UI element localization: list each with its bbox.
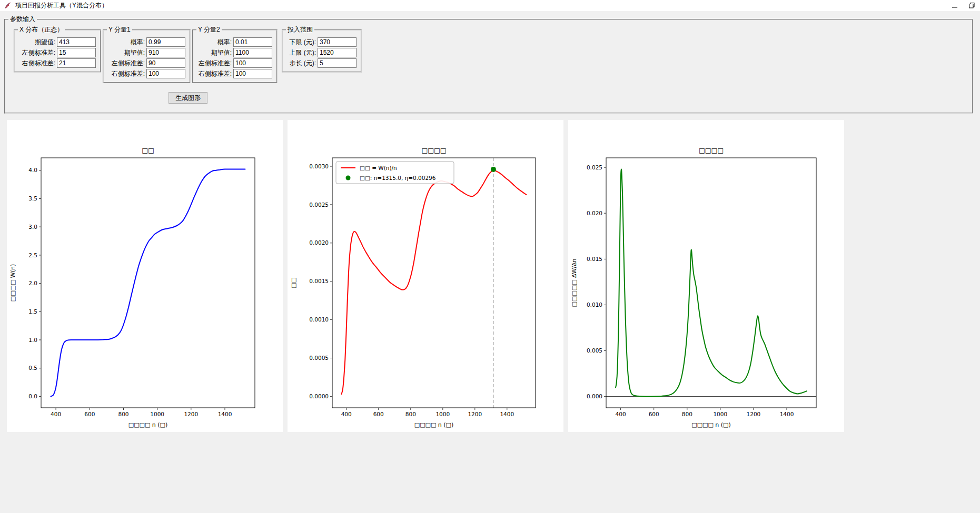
legend-label: □□ = W(n)/n: [360, 165, 397, 171]
y1-left-std-input[interactable]: [146, 58, 185, 68]
tk-feather-icon: [4, 2, 12, 9]
x-left-std-input[interactable]: [57, 48, 96, 57]
x-tick-label: 1200: [747, 411, 761, 417]
y2-mean-label: 期望值:: [211, 48, 232, 57]
chart-title: □□□□: [421, 146, 446, 154]
x-right-std-input[interactable]: [57, 58, 96, 68]
group-y-component-1: Y 分量1 概率: 期望值: 左侧标准差: 右侧标准差:: [103, 29, 191, 83]
x-mean-input[interactable]: [57, 37, 96, 47]
step-label: 步长 (元):: [289, 59, 316, 68]
field-row: 上限 (元):: [283, 47, 361, 58]
minimize-icon: [952, 3, 957, 8]
x-tick-label: 800: [682, 411, 692, 417]
x-tick-label: 800: [118, 411, 128, 417]
x-tick-label: 600: [84, 411, 95, 417]
upper-bound-label: 上限 (元):: [289, 48, 316, 57]
x-tick-label: 800: [405, 411, 416, 417]
chart-title: □□: [142, 146, 154, 154]
x-tick-label: 600: [373, 411, 384, 417]
chart-panel-expected-return: 4006008001000120014000.00.51.01.52.02.53…: [7, 120, 283, 432]
window-controls: [946, 0, 980, 11]
y-axis-label: □□□□□ ΔW/Δn: [571, 258, 578, 307]
field-row: 左侧标准差:: [15, 47, 100, 58]
upper-bound-input[interactable]: [318, 48, 357, 57]
group-x-title: X 分布（正态）: [18, 26, 65, 33]
group-investment-range: 投入范围 下限 (元): 上限 (元): 步长 (元):: [282, 29, 362, 73]
x-axis-label: □□□□ n (□): [414, 421, 454, 428]
y2-prob-label: 概率:: [217, 38, 232, 47]
y1-mean-input[interactable]: [146, 48, 185, 57]
y-tick-label: 0.0: [28, 393, 37, 399]
x-tick-label: 1000: [713, 411, 727, 417]
y-tick-label: 0.015: [587, 256, 602, 262]
minimize-button[interactable]: [946, 0, 963, 11]
lower-bound-input[interactable]: [318, 37, 357, 47]
group-range-title: 投入范围: [286, 26, 314, 33]
field-row: 左侧标准差:: [104, 58, 190, 68]
x-tick-label: 1200: [468, 411, 482, 417]
titlebar: 项目回报分析工具（Y混合分布）: [0, 0, 980, 11]
y-tick-label: 1.5: [28, 308, 37, 315]
y1-prob-label: 概率:: [131, 38, 145, 47]
y-tick-label: 0.025: [587, 164, 602, 170]
x-axis-label: □□□□ n (□): [691, 421, 731, 428]
generate-button[interactable]: 生成图形: [169, 92, 207, 104]
y-tick-label: 3.0: [28, 224, 37, 230]
y1-left-std-label: 左侧标准差:: [112, 59, 145, 68]
y1-mean-label: 期望值:: [124, 48, 145, 57]
group-y-component-2: Y 分量2 概率: 期望值: 左侧标准差: 右侧标准差:: [192, 29, 278, 83]
y1-right-std-label: 右侧标准差:: [112, 69, 145, 78]
y-tick-label: 0.0010: [309, 316, 329, 323]
window-title: 项目回报分析工具（Y混合分布）: [15, 1, 108, 10]
efficiency-chart: 4006008001000120014000.00000.00050.00100…: [288, 120, 563, 432]
y2-right-std-label: 右侧标准差:: [199, 69, 232, 78]
y2-mean-input[interactable]: [233, 48, 272, 57]
y1-right-std-input[interactable]: [146, 69, 185, 78]
x-tick-label: 1400: [500, 411, 514, 417]
field-row: 左侧标准差:: [193, 58, 276, 68]
y-tick-label: 4.0: [28, 167, 37, 173]
field-row: 概率:: [104, 37, 190, 47]
x-right-std-label: 右侧标准差:: [22, 59, 55, 68]
x-tick-label: 400: [341, 411, 352, 417]
x-tick-label: 400: [616, 411, 626, 417]
x-tick-label: 1000: [435, 411, 450, 417]
y2-left-std-input[interactable]: [233, 58, 272, 68]
field-row: 概率:: [193, 37, 276, 47]
y-tick-label: 0.0000: [309, 393, 329, 399]
y-tick-label: 0.020: [587, 210, 602, 216]
field-row: 下限 (元):: [283, 37, 361, 47]
y-tick-label: 0.0015: [309, 278, 329, 284]
x-axis-label: □□□□ n (□): [128, 421, 168, 428]
y2-prob-input[interactable]: [233, 37, 272, 47]
y-tick-label: 0.5: [28, 365, 37, 371]
field-row: 期望值:: [193, 47, 276, 58]
restore-icon: [969, 3, 975, 8]
group-x-distribution: X 分布（正态） 期望值: 左侧标准差: 右侧标准差:: [14, 29, 101, 73]
y-tick-label: 0.000: [587, 393, 602, 399]
y-tick-label: 0.010: [587, 301, 602, 308]
legend-dot-sample: [346, 176, 351, 180]
group-y1-title: Y 分量1: [107, 26, 132, 33]
restore-button[interactable]: [963, 0, 980, 11]
x-tick-label: 600: [649, 411, 659, 417]
y2-right-std-input[interactable]: [233, 69, 272, 78]
x-mean-label: 期望值:: [35, 38, 55, 47]
y-tick-label: 0.0005: [309, 355, 329, 361]
field-row: 右侧标准差:: [15, 58, 100, 68]
y-tick-label: 0.0025: [309, 202, 329, 208]
field-row: 期望值:: [104, 47, 190, 58]
params-panel-title: 参数输入: [8, 15, 37, 23]
optimal-point: [491, 167, 496, 172]
y2-left-std-label: 左侧标准差:: [199, 59, 232, 68]
expected-return-chart: 4006008001000120014000.00.51.01.52.02.53…: [7, 120, 283, 432]
step-input[interactable]: [318, 58, 357, 68]
marginal-return-chart: 4006008001000120014000.0000.0050.0100.01…: [568, 120, 844, 432]
chart-panel-marginal-return: 4006008001000120014000.0000.0050.0100.01…: [568, 120, 844, 432]
x-tick-label: 1400: [780, 411, 794, 417]
field-row: 步长 (元):: [283, 58, 361, 68]
y-tick-label: 0.005: [587, 347, 602, 354]
x-tick-label: 1200: [184, 411, 198, 417]
y1-prob-input[interactable]: [146, 37, 185, 47]
y-axis-label: □□□□ W(n): [9, 264, 16, 302]
